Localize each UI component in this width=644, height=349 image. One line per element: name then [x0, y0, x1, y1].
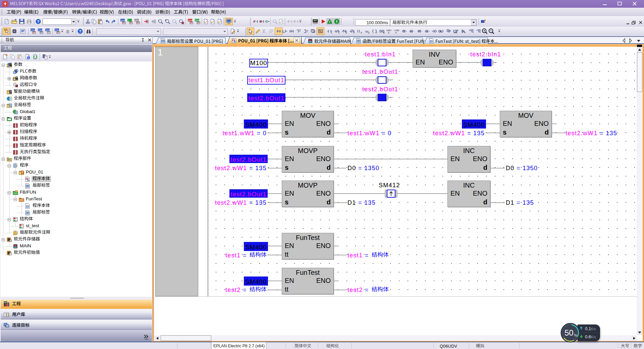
- svg-text:HEX: HEX: [135, 19, 140, 22]
- svg-text:Dev: Dev: [38, 29, 43, 32]
- svg-text:Dev: Dev: [31, 29, 36, 32]
- svg-text:Dev: Dev: [55, 29, 60, 32]
- svg-text:50: 50: [565, 328, 574, 337]
- svg-text:3: 3: [346, 32, 347, 34]
- svg-text:1: 1: [331, 32, 332, 34]
- svg-text:2: 2: [338, 32, 340, 34]
- svg-text:Dev: Dev: [46, 29, 50, 32]
- svg-text:R: R: [440, 30, 442, 33]
- svg-text:st: st: [26, 205, 28, 208]
- svg-text:0: 0: [395, 32, 397, 34]
- svg-text:5: 5: [361, 32, 362, 34]
- svg-text:?: ?: [37, 19, 40, 23]
- svg-text:Dev: Dev: [188, 19, 193, 22]
- svg-text:8: 8: [383, 32, 385, 34]
- svg-text:>_: >_: [128, 19, 131, 22]
- svg-text:9: 9: [388, 32, 389, 34]
- svg-text:?: ?: [79, 29, 82, 33]
- svg-text:%: %: [574, 333, 577, 337]
- svg-text:4: 4: [354, 32, 355, 34]
- svg-text:st: st: [430, 40, 432, 43]
- svg-text:Dev: Dev: [195, 19, 200, 22]
- svg-text:7: 7: [376, 32, 377, 34]
- svg-text:6: 6: [368, 32, 370, 34]
- svg-text:Dev: Dev: [121, 19, 125, 22]
